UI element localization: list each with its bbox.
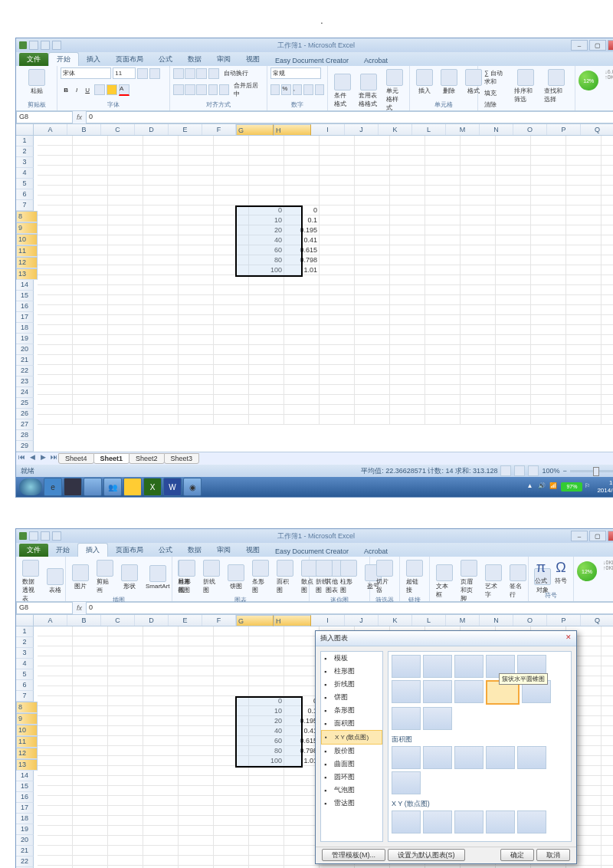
cell-B12[interactable] [73, 245, 108, 255]
cell-K26[interactable] [390, 385, 425, 395]
cell-C11[interactable] [108, 726, 143, 736]
cell-F25[interactable] [214, 375, 249, 385]
cell-C16[interactable] [108, 776, 143, 786]
cell-Q14[interactable] [602, 756, 613, 766]
taskbar-app1-icon[interactable] [64, 478, 82, 496]
text-button-1[interactable]: 页眉和页脚 [457, 558, 480, 604]
cell-M25[interactable] [461, 375, 496, 385]
cell-I3[interactable] [320, 156, 355, 166]
cell-E20[interactable] [179, 325, 214, 335]
cell-Q18[interactable] [602, 305, 613, 315]
cell-I20[interactable] [320, 325, 355, 335]
col-header-J[interactable]: J [345, 615, 379, 626]
row-header-11[interactable]: 11 [16, 736, 38, 748]
cell-F21[interactable] [214, 335, 249, 345]
cell-A7[interactable] [38, 686, 73, 696]
merge-button[interactable]: 合并后居中 [231, 80, 264, 100]
cell-G19[interactable] [249, 806, 284, 816]
cell-J29[interactable] [355, 415, 390, 425]
cell-M4[interactable] [461, 166, 496, 176]
currency-icon[interactable] [270, 84, 280, 95]
align-center-icon[interactable] [185, 84, 195, 95]
cell-E16[interactable] [179, 285, 214, 295]
sort-filter-button[interactable]: 排序和筛选 [511, 67, 542, 110]
cell-L7[interactable] [425, 196, 461, 205]
cell-E9[interactable] [179, 215, 214, 225]
cell-B28[interactable] [73, 405, 108, 415]
cell-P28[interactable] [566, 405, 602, 415]
cell-P7[interactable] [566, 196, 602, 205]
cell-H28[interactable] [284, 405, 320, 415]
cell-H6[interactable] [284, 186, 320, 196]
cell-Q15[interactable] [602, 275, 613, 285]
table-button[interactable]: 表格 [44, 567, 67, 596]
cell-G15[interactable] [249, 275, 284, 285]
cell-K6[interactable] [390, 186, 425, 196]
cell-F13[interactable] [214, 746, 249, 756]
cell-F23[interactable] [214, 355, 249, 365]
cell-B19[interactable] [73, 315, 108, 325]
set-default-button[interactable]: 设置为默认图表(S) [388, 849, 465, 861]
cell-I14[interactable] [320, 265, 355, 275]
cell-P3[interactable] [566, 156, 602, 166]
cell-Q19[interactable] [602, 315, 613, 325]
cell-N1[interactable] [496, 136, 531, 146]
cell-B15[interactable] [73, 766, 108, 776]
cell-N22[interactable] [496, 345, 531, 355]
cell-J27[interactable] [355, 395, 390, 405]
cell-H17[interactable] [284, 295, 320, 305]
chart-category-item[interactable]: ▪雷达图 [321, 797, 382, 810]
chart-thumb[interactable] [454, 810, 484, 833]
row-header-20[interactable]: 20 [16, 344, 34, 355]
cell-M24[interactable] [461, 365, 496, 375]
hyperlink-button[interactable]: 超链接 [403, 558, 426, 596]
cell-K12[interactable] [390, 245, 425, 255]
cell-J25[interactable] [355, 375, 390, 385]
chart-thumb[interactable] [454, 746, 484, 769]
row-header-7[interactable]: 7 [16, 691, 34, 702]
cell-G28[interactable] [249, 405, 284, 415]
cell-D18[interactable] [143, 305, 179, 315]
cell-H19[interactable] [284, 315, 320, 325]
cell-Q11[interactable] [602, 235, 613, 245]
cell-C12[interactable] [108, 736, 143, 746]
cell-K23[interactable] [390, 355, 425, 365]
cell-C1[interactable] [108, 136, 143, 146]
cell-D1[interactable] [143, 626, 179, 636]
qat-save-icon[interactable] [29, 531, 38, 541]
cell-K7[interactable] [390, 196, 425, 205]
cell-M3[interactable] [461, 156, 496, 166]
cell-Q16[interactable] [602, 776, 613, 786]
indent-dec-icon[interactable] [208, 84, 218, 95]
cell-B19[interactable] [73, 806, 108, 816]
cell-A6[interactable] [38, 676, 73, 686]
cell-C21[interactable] [108, 826, 143, 836]
cell-D19[interactable] [143, 315, 179, 325]
cell-O29[interactable] [531, 415, 566, 425]
system-clock[interactable]: 16:222014/3/17 [597, 479, 613, 495]
cell-D27[interactable] [143, 395, 179, 405]
row-header-10[interactable]: 10 [16, 234, 38, 245]
cell-C22[interactable] [108, 836, 143, 846]
sheet-nav-next[interactable]: ▶ [38, 453, 48, 464]
cell-G13[interactable]: 80 [249, 255, 284, 265]
chart-category-item[interactable]: ▪X Y (散点图) [321, 730, 382, 745]
cell-H5[interactable] [284, 176, 320, 186]
chart-thumb[interactable] [392, 771, 421, 794]
cell-A22[interactable] [38, 345, 73, 355]
formula-input[interactable]: 0 [86, 602, 613, 614]
cell-E22[interactable] [179, 345, 214, 355]
cell-Q1[interactable] [602, 626, 613, 636]
cell-A13[interactable] [38, 746, 73, 756]
cell-G10[interactable]: 20 [249, 716, 284, 726]
cell-C9[interactable] [108, 215, 143, 225]
cell-J11[interactable] [355, 235, 390, 245]
cell-C2[interactable] [108, 146, 143, 156]
cell-M29[interactable] [461, 415, 496, 425]
cell-D16[interactable] [143, 285, 179, 295]
cell-I25[interactable] [320, 375, 355, 385]
col-header-O[interactable]: O [513, 615, 547, 626]
row-header-22[interactable]: 22 [16, 856, 34, 867]
sheet-tab-sheet2[interactable]: Sheet2 [129, 453, 165, 464]
cell-J23[interactable] [355, 355, 390, 365]
